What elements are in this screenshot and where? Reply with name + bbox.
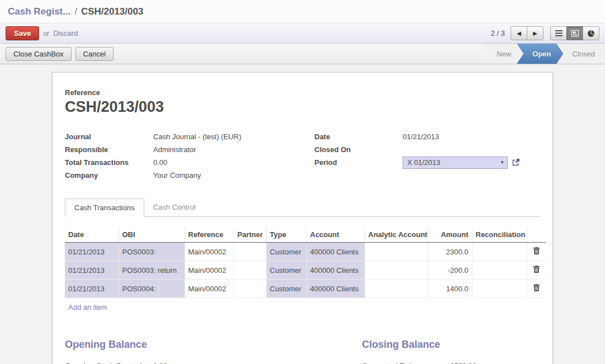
responsible-label: Responsible [65, 145, 153, 154]
column-header-date[interactable]: Date [65, 227, 119, 243]
balances-section: Opening Balance Opening Cash Control 0.0… [65, 339, 540, 364]
trash-icon [533, 266, 540, 273]
field-responsible: Responsible Administrator [65, 143, 314, 156]
total-transactions-value: 0.00 [153, 158, 167, 167]
cell-reconciliation [472, 261, 527, 280]
table-row[interactable]: 01/21/2013 POS0003: Main/00002 Customer … [65, 243, 546, 261]
status-step-label: Open [532, 50, 551, 58]
open-period-record-button[interactable] [512, 158, 520, 167]
tab-cash-control[interactable]: Cash Control [144, 198, 205, 216]
action-bar: Close CashBox Cancel New Open Closed [0, 44, 605, 64]
save-button[interactable]: Save [6, 26, 39, 40]
journal-label: Journal [65, 133, 153, 141]
cell-analytic-account [365, 280, 427, 298]
company-label: Company [65, 171, 153, 179]
pager-previous-button[interactable]: ◀ [511, 26, 527, 40]
status-step-closed[interactable]: Closed [557, 44, 605, 64]
status-step-open[interactable]: Open [517, 44, 563, 64]
breadcrumb-separator: / [74, 7, 77, 17]
notebook-tabs: Cash Transactions Cash Control [65, 198, 540, 217]
field-group-right: Date 01/21/2013 Closed On Period X 01/20… [314, 130, 540, 182]
column-header-reference[interactable]: Reference [185, 227, 234, 243]
period-select[interactable]: X 01/2013 ▼ [403, 157, 508, 169]
form-view-button[interactable] [566, 26, 583, 40]
field-closed-on: Closed On [314, 143, 540, 156]
field-period: Period X 01/2013 ▼ [314, 156, 540, 169]
cell-obi: POS0003: return [119, 261, 185, 280]
close-cashbox-button[interactable]: Close CashBox [6, 47, 72, 61]
pager-buttons: ◀ ▶ [511, 26, 543, 40]
column-header-partner[interactable]: Partner [234, 227, 266, 243]
table-row[interactable]: 01/21/2013 POS0004: Main/00002 Customer … [65, 280, 546, 298]
tab-cash-transactions[interactable]: Cash Transactions [65, 198, 144, 217]
chevron-down-icon: ▼ [500, 160, 504, 165]
field-company: Company Your Company [65, 169, 314, 182]
column-header-account[interactable]: Account [306, 227, 365, 243]
pager-counter: 2 / 3 [491, 29, 505, 37]
list-view-button[interactable] [550, 26, 567, 40]
opening-cash-control-label: Opening Cash Control [65, 362, 153, 364]
column-header-amount[interactable]: Amount [427, 227, 472, 243]
trash-icon [533, 247, 540, 254]
column-header-reconciliation[interactable]: Reconciliation [472, 227, 527, 243]
closing-balance-title: Closing Balance [362, 339, 540, 351]
date-value: 01/21/2013 [403, 133, 439, 141]
company-value: Your Company [153, 171, 201, 179]
cell-partner [234, 280, 266, 298]
cell-type: Customer [266, 261, 306, 280]
cell-reference: Main/00002 [185, 243, 234, 261]
add-an-item-link[interactable]: Add an item [65, 298, 110, 316]
cell-reconciliation [472, 243, 527, 261]
external-link-icon [512, 158, 520, 167]
cell-obi: POS0004: [119, 280, 185, 298]
cell-date: 01/21/2013 [65, 280, 119, 298]
status-step-label: Closed [573, 50, 595, 58]
statusbar: New Open Closed [481, 44, 605, 64]
breadcrumb-current: CSH/2013/003 [81, 6, 144, 17]
delete-row-button[interactable] [533, 284, 540, 293]
period-label: Period [314, 158, 403, 167]
cell-partner [234, 261, 266, 280]
responsible-link[interactable]: Administrator [153, 145, 196, 154]
next-arrow-icon: ▶ [533, 30, 537, 36]
breadcrumb-parent-link[interactable]: Cash Regist... [8, 6, 70, 17]
cell-account: 400000 Clients [306, 261, 365, 280]
column-header-type[interactable]: Type [266, 227, 306, 243]
period-value: X 01/2013 [407, 158, 440, 167]
field-journal: Journal Cash Journal - (test) (EUR) [65, 130, 314, 143]
pager-next-button[interactable]: ▶ [527, 26, 543, 40]
transactions-table: Date OBI Reference Partner Type Account … [65, 227, 546, 298]
delete-row-button[interactable] [533, 266, 540, 275]
cancel-button[interactable]: Cancel [75, 47, 114, 61]
trash-icon [533, 284, 540, 291]
pie-chart-icon [587, 30, 595, 37]
cell-amount: 1400.0 [427, 280, 472, 298]
field-date: Date 01/21/2013 [314, 130, 540, 143]
form-icon [571, 30, 579, 37]
graph-view-button[interactable] [583, 26, 599, 40]
discard-link[interactable]: Discard [53, 29, 78, 37]
delete-row-button[interactable] [533, 247, 540, 256]
reference-label: Reference [65, 88, 540, 97]
table-row[interactable]: 01/21/2013 POS0003: return Main/00002 Cu… [65, 261, 546, 280]
closing-balance-group: Closing Balance Computed Balance 3500.00 [362, 339, 540, 364]
cell-account: 400000 Clients [306, 243, 365, 261]
cell-analytic-account [365, 261, 427, 280]
content-area: Reference CSH/2013/003 Journal Cash Jour… [0, 64, 605, 364]
column-header-actions [527, 227, 546, 243]
cell-account: 400000 Clients [306, 280, 365, 298]
field-total-transactions: Total Transactions 0.00 [65, 156, 314, 169]
date-label: Date [314, 133, 403, 141]
field-opening-cash-control: Opening Cash Control 0.00 [65, 360, 362, 364]
total-transactions-label: Total Transactions [65, 158, 153, 167]
column-header-analytic-account[interactable]: Analytic Account [365, 227, 427, 243]
or-label: or [43, 30, 49, 37]
cell-analytic-account [365, 243, 427, 261]
cell-amount: 2300.0 [427, 243, 472, 261]
status-step-label: New [497, 50, 511, 58]
status-step-new[interactable]: New [481, 44, 523, 64]
cell-partner [234, 243, 266, 261]
column-header-obi[interactable]: OBI [119, 227, 185, 243]
opening-balance-title: Opening Balance [65, 339, 362, 351]
opening-balance-group: Opening Balance Opening Cash Control 0.0… [65, 339, 362, 364]
